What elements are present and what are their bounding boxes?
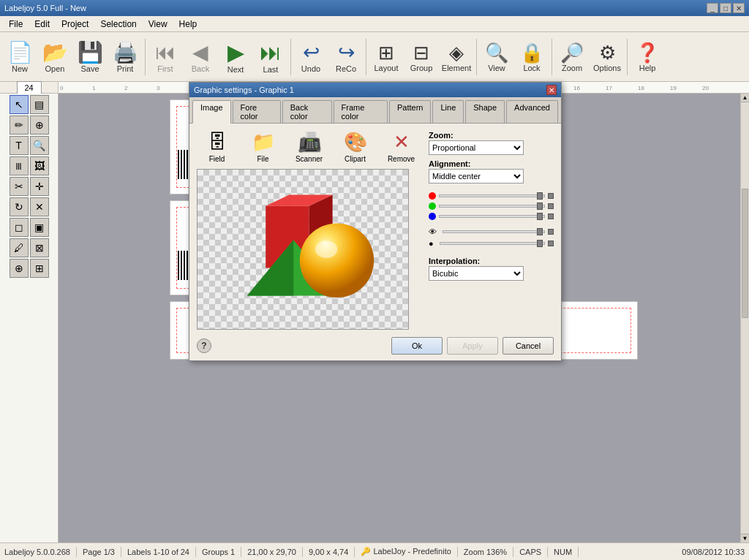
red-slider-handle[interactable] [537, 192, 543, 200]
dialog-close-button[interactable]: ✕ [546, 85, 557, 95]
opacity-slider-1 [443, 230, 545, 233]
svg-point-22 [315, 241, 337, 258]
clipart-icon: 🎨 [344, 131, 367, 154]
zoom-select[interactable]: Proportional Fit Stretch Original [429, 140, 524, 155]
scanner-icon: 📠 [298, 131, 321, 154]
blue-slider-handle[interactable] [537, 213, 543, 220]
clipart-button[interactable]: 🎨 Clipart [335, 131, 375, 163]
file-label: File [257, 155, 268, 163]
alignment-select[interactable]: Middle center Top left Top center Top ri… [429, 169, 524, 183]
dialog-title: Graphic settings - Graphic 1 [194, 86, 294, 94]
dialog-content: 🗄 Field 📁 File 📠 Scanner 🎨 Clipart [189, 124, 561, 337]
remove-label: Remove [388, 155, 415, 163]
image-controls: Zoom: Proportional Fit Stretch Original … [429, 131, 554, 330]
clipart-label: Clipart [345, 155, 366, 163]
opacity-handle-2[interactable] [537, 240, 543, 247]
blue-dot [429, 213, 436, 220]
tab-fore-color[interactable]: Fore color [233, 100, 281, 123]
green-slider-knob[interactable] [548, 203, 554, 209]
apply-button[interactable]: Apply [447, 337, 498, 355]
red-dot [429, 192, 436, 200]
interpolation-label: Interpolation: [429, 257, 554, 265]
image-source-buttons: 🗄 Field 📁 File 📠 Scanner 🎨 Clipart [197, 131, 421, 163]
cancel-button[interactable]: Cancel [503, 337, 554, 355]
tab-advanced[interactable]: Advanced [506, 100, 558, 123]
field-icon: 🗄 [208, 131, 227, 154]
graphic-settings-dialog: Graphic settings - Graphic 1 ✕ Image For… [189, 82, 562, 361]
dialog-buttons: Ok Apply Cancel [391, 337, 554, 355]
green-dot [429, 203, 436, 210]
eye-icon-1: 👁 [429, 227, 437, 236]
alignment-control-label: Alignment: [429, 159, 554, 168]
tab-line[interactable]: Line [432, 100, 464, 123]
green-slider-handle[interactable] [537, 203, 543, 210]
ok-button[interactable]: Ok [391, 337, 443, 355]
scanner-button[interactable]: 📠 Scanner [289, 131, 329, 163]
red-slider-track [439, 194, 545, 197]
remove-button[interactable]: ✕ Remove [381, 131, 421, 163]
field-label: Field [209, 155, 225, 163]
green-slider-row [429, 203, 554, 210]
file-button[interactable]: 📁 File [243, 131, 283, 163]
red-slider-knob[interactable] [548, 193, 554, 199]
opacity-knob-1[interactable] [548, 229, 554, 235]
visibility-row-2: ● [429, 239, 554, 248]
interpolation-select[interactable]: Bicubic Bilinear None [429, 266, 524, 281]
dialog-help-button[interactable]: ? [197, 338, 211, 353]
tab-pattern[interactable]: Pattern [389, 100, 431, 123]
scanner-label: Scanner [296, 155, 323, 163]
tab-frame-color[interactable]: Frame color [334, 100, 388, 123]
file-icon: 📁 [252, 131, 275, 154]
dialog-bottom-row: ? Ok Apply Cancel [189, 337, 561, 360]
visibility-row-1: 👁 [429, 227, 554, 236]
blue-slider-row [429, 213, 554, 220]
dialog-titlebar: Graphic settings - Graphic 1 ✕ [189, 83, 561, 97]
field-button[interactable]: 🗄 Field [197, 131, 237, 163]
zoom-control-label: Zoom: [429, 131, 554, 140]
dialog-overlay: Graphic settings - Graphic 1 ✕ Image For… [0, 0, 749, 560]
dialog-tabs: Image Fore color Back color Frame color … [189, 97, 561, 124]
opacity-slider-2 [440, 242, 545, 245]
tab-image[interactable]: Image [192, 100, 231, 124]
blue-slider-track [439, 215, 545, 218]
remove-icon: ✕ [394, 131, 410, 154]
image-preview [197, 169, 409, 330]
tab-shape[interactable]: Shape [465, 100, 505, 123]
green-slider-track [439, 205, 545, 208]
red-slider-row [429, 192, 554, 200]
svg-point-21 [300, 223, 374, 298]
blue-slider-knob[interactable] [548, 213, 554, 219]
opacity-knob-2[interactable] [548, 241, 554, 246]
circle-icon: ● [429, 239, 434, 248]
tab-back-color[interactable]: Back color [282, 100, 332, 123]
opacity-handle-1[interactable] [537, 228, 543, 235]
